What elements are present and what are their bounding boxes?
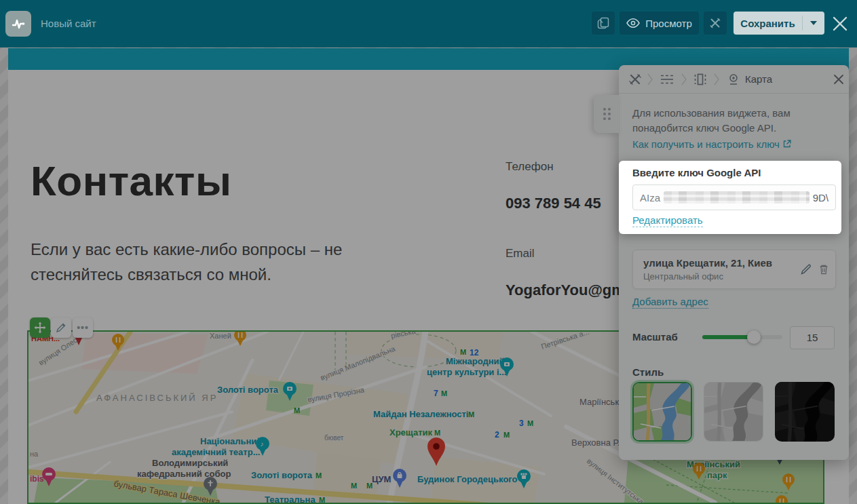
constructor-button[interactable] [704, 12, 727, 35]
api-key-end: 9D\ [813, 192, 829, 203]
preview-button[interactable]: Просмотр [620, 12, 699, 35]
save-dropdown-button[interactable] [803, 21, 824, 25]
chevron-down-icon [810, 21, 817, 25]
preview-label: Просмотр [645, 18, 692, 29]
crossed-tools-icon [709, 17, 721, 29]
editor-stage: Контакты Если у вас есть какие-либо вопр… [0, 0, 857, 504]
save-split-button: Сохранить [734, 12, 824, 35]
editor-close-icon[interactable] [831, 15, 849, 33]
api-key-input[interactable]: AIza 9D\ [632, 185, 836, 210]
edit-api-key-link[interactable]: Редактировать [632, 214, 703, 227]
pages-icon [596, 16, 610, 30]
save-button[interactable]: Сохранить [734, 18, 802, 29]
site-title[interactable]: Новый сайт [41, 0, 96, 47]
app-logo[interactable] [5, 11, 31, 37]
pulse-logo-icon [10, 16, 26, 32]
api-key-start: AIza [640, 192, 660, 203]
api-key-label: Введите ключ Google API [632, 167, 761, 178]
pages-button[interactable] [592, 12, 615, 35]
editor-topbar: Новый сайт Просмотр Сохранить [0, 0, 857, 47]
api-key-blurred [664, 191, 810, 203]
api-key-section: Введите ключ Google API AIza 9D\ Редакти… [619, 161, 841, 234]
eye-icon [626, 18, 640, 28]
dim-overlay [0, 47, 857, 504]
